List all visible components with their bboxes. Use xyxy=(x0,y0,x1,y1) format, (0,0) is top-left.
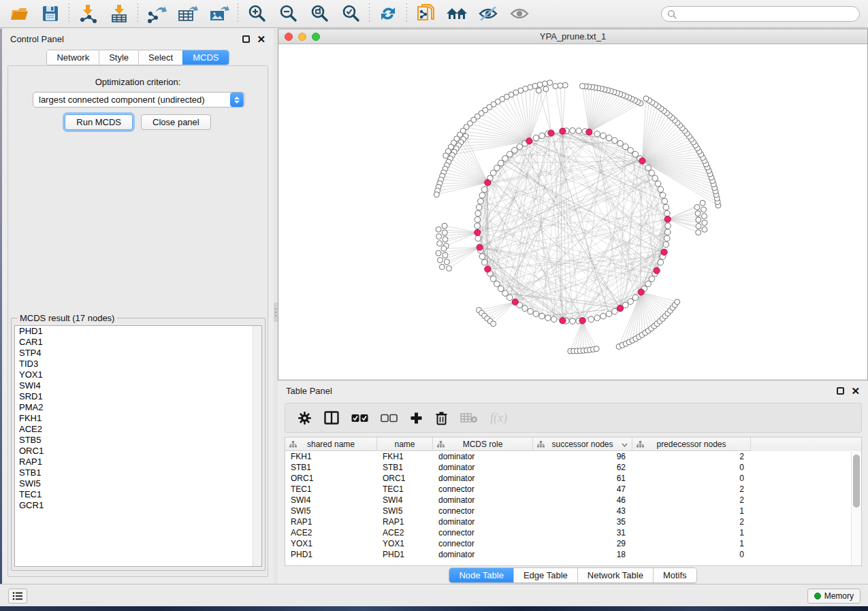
select-all-columns-icon[interactable] xyxy=(351,414,368,423)
create-new-column-icon[interactable] xyxy=(410,412,423,425)
mcds-result-item[interactable]: SWI5 xyxy=(15,478,261,489)
mcds-result-item[interactable]: CAR1 xyxy=(15,337,261,348)
table-row[interactable]: PHD1PHD1dominator180 xyxy=(285,549,861,560)
tab-node-table[interactable]: Node Table xyxy=(449,568,513,582)
mcds-result-item[interactable]: TID3 xyxy=(15,359,261,369)
table-row[interactable]: TEC1TEC1connector472 xyxy=(285,484,861,495)
table-cell: SWI4 xyxy=(285,495,377,506)
export-table-icon[interactable] xyxy=(176,3,200,24)
table-row[interactable]: SWI4SWI4dominator462 xyxy=(285,495,861,506)
mcds-result-group: MCDS result (17 nodes) PHD1CAR1STP4TID3Y… xyxy=(11,318,266,571)
mcds-result-item[interactable]: SRD1 xyxy=(15,391,261,402)
duplicate-network-icon[interactable] xyxy=(413,3,438,24)
table-row[interactable]: FKH1FKH1dominator962 xyxy=(285,451,861,462)
mcds-list-scrollbar[interactable] xyxy=(253,326,261,566)
zoom-fit-icon[interactable] xyxy=(307,3,332,24)
window-close-icon[interactable] xyxy=(285,33,293,41)
tab-network[interactable]: Network xyxy=(47,50,99,65)
mcds-result-item[interactable]: STB1 xyxy=(15,467,261,478)
memory-button[interactable]: Memory xyxy=(807,589,861,604)
table-row[interactable]: RAP1RAP1dominator352 xyxy=(285,516,861,527)
show-all-eye-icon[interactable] xyxy=(507,3,532,24)
mcds-result-item[interactable]: YOX1 xyxy=(15,369,261,380)
tab-select[interactable]: Select xyxy=(138,50,182,65)
deselect-all-columns-icon[interactable] xyxy=(381,414,398,423)
close-panel-button[interactable]: Close panel xyxy=(141,114,211,130)
float-panel-icon[interactable] xyxy=(242,35,250,43)
task-list-icon xyxy=(12,591,23,601)
window-minimize-icon[interactable] xyxy=(298,33,306,41)
zoom-in-icon[interactable] xyxy=(244,3,269,24)
tab-mcds[interactable]: MCDS xyxy=(182,50,228,65)
mcds-result-item[interactable]: PHD1 xyxy=(15,326,261,337)
table-cell: ACE2 xyxy=(377,527,433,538)
mcds-result-item[interactable]: GCR1 xyxy=(15,500,261,511)
column-header-name[interactable]: name xyxy=(377,437,433,451)
export-network-icon[interactable] xyxy=(144,3,169,24)
run-mcds-button[interactable]: Run MCDS xyxy=(65,114,133,130)
search-box[interactable] xyxy=(661,6,860,22)
table-scrollbar-thumb[interactable] xyxy=(853,455,860,508)
import-table-icon[interactable] xyxy=(107,3,131,24)
mcds-result-list[interactable]: PHD1CAR1STP4TID3YOX1SWI4SRD1PMA2FKH1ACE2… xyxy=(14,325,262,567)
close-panel-icon[interactable]: ✕ xyxy=(257,35,266,43)
column-header-mcds-role[interactable]: MCDS role xyxy=(433,437,533,451)
network-graph[interactable] xyxy=(278,45,867,380)
table-scrollbar[interactable] xyxy=(851,452,861,565)
task-history-button[interactable] xyxy=(8,589,27,604)
refresh-view-icon[interactable] xyxy=(376,3,400,24)
table-cell: STB1 xyxy=(285,462,377,473)
table-settings-gear-icon[interactable] xyxy=(298,411,312,425)
mcds-result-item[interactable]: SWI4 xyxy=(15,380,261,391)
table-cell: ORC1 xyxy=(377,473,433,484)
table-row[interactable]: ORC1ORC1dominator610 xyxy=(285,473,861,484)
open-file-icon[interactable] xyxy=(7,3,31,24)
table-cell: 18 xyxy=(533,549,632,560)
table-cell: 46 xyxy=(533,495,632,506)
table-row[interactable]: STB1STB1dominator620 xyxy=(285,462,861,473)
float-table-panel-icon[interactable] xyxy=(837,387,844,395)
table-row[interactable]: YOX1YOX1connector291 xyxy=(285,538,861,549)
zoom-out-icon[interactable] xyxy=(276,3,300,24)
dropdown-stepper-icon xyxy=(230,93,244,107)
tab-edge-table[interactable]: Edge Table xyxy=(513,568,577,582)
first-neighbors-icon[interactable] xyxy=(445,3,469,24)
column-header-predecessor-nodes[interactable]: predecessor nodes xyxy=(632,437,751,451)
tab-network-table[interactable]: Network Table xyxy=(577,568,653,582)
table-cell: SWI4 xyxy=(377,495,433,506)
export-image-icon[interactable] xyxy=(207,3,231,24)
mcds-result-item[interactable]: STB5 xyxy=(15,435,261,446)
zoom-selected-icon[interactable] xyxy=(338,3,363,24)
window-maximize-icon[interactable] xyxy=(312,33,320,41)
table-row[interactable]: ACE2ACE2connector311 xyxy=(285,527,861,538)
toolbar-separator xyxy=(369,3,370,24)
save-session-icon[interactable] xyxy=(38,3,63,24)
toolbar-separator xyxy=(406,3,407,24)
attribute-tree-icon xyxy=(637,441,644,448)
mcds-result-item[interactable]: STP4 xyxy=(15,348,261,359)
close-table-panel-icon[interactable]: ✕ xyxy=(851,387,860,395)
table-cell: PHD1 xyxy=(285,549,377,560)
hide-selected-eye-icon[interactable] xyxy=(476,3,500,24)
table-row[interactable]: SWI5SWI5connector431 xyxy=(285,506,861,516)
table-panel-title: Table Panel xyxy=(286,386,332,396)
mcds-result-item[interactable]: TEC1 xyxy=(15,489,261,500)
column-header-successor-nodes[interactable]: successor nodes xyxy=(533,437,632,451)
table-cell: PHD1 xyxy=(377,549,433,560)
tab-motifs[interactable]: Motifs xyxy=(653,568,696,582)
import-network-icon[interactable] xyxy=(76,3,100,24)
network-canvas[interactable] xyxy=(278,45,867,380)
table-cell: 1 xyxy=(632,506,751,516)
optimization-criterion-select[interactable]: largest connected component (undirected) xyxy=(33,92,245,108)
delete-columns-trash-icon[interactable] xyxy=(435,411,448,425)
network-window-titlebar[interactable]: YPA_prune.txt_1 xyxy=(278,29,867,44)
mcds-result-item[interactable]: ACE2 xyxy=(15,424,261,435)
mcds-result-item[interactable]: FKH1 xyxy=(15,413,261,424)
search-input[interactable] xyxy=(680,10,854,19)
mcds-result-item[interactable]: RAP1 xyxy=(15,457,261,467)
mcds-result-item[interactable]: PMA2 xyxy=(15,402,261,413)
mcds-result-item[interactable]: ORC1 xyxy=(15,446,261,457)
column-header-shared-name[interactable]: shared name xyxy=(285,437,377,451)
tab-style[interactable]: Style xyxy=(99,50,138,65)
show-column-panel-icon[interactable] xyxy=(324,411,339,425)
